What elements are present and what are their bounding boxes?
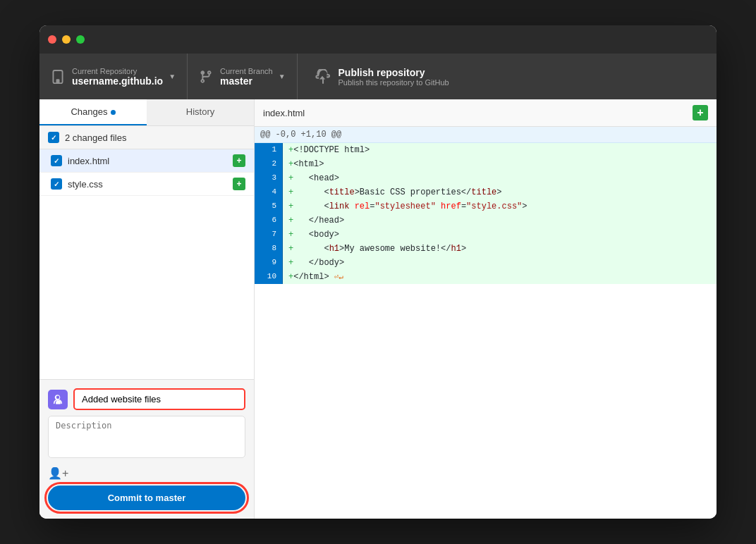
diff-line-8: 8 + <h1>My awesome website!</h1> — [255, 242, 717, 256]
line-content-9: + </body> — [283, 256, 717, 270]
tab-bar: Changes History — [39, 99, 254, 126]
traffic-lights — [48, 35, 85, 44]
file-checkbox-index-html[interactable] — [51, 155, 62, 166]
line-content-6: + </head> — [283, 214, 717, 228]
commit-summary-input[interactable] — [73, 388, 245, 410]
line-number-5: 5 — [255, 199, 283, 214]
file-checkbox-style-css[interactable] — [51, 178, 62, 190]
diff-line-2: 2 +<html> — [255, 157, 717, 171]
line-number-8: 8 — [255, 242, 283, 256]
line-content-1: +<!DOCTYPE html> — [283, 143, 717, 157]
diff-header: index.html + — [255, 99, 717, 127]
tab-changes[interactable]: Changes — [39, 99, 147, 125]
line-content-3: + <head> — [283, 171, 717, 185]
app-window: Current Repository username.github.io ▼ … — [39, 25, 717, 519]
line-content-10: +</html> ⏎↵ — [283, 270, 717, 284]
line-number-9: 9 — [255, 256, 283, 270]
line-content-5: + <link rel="stylesheet" href="style.css… — [283, 199, 717, 214]
diff-filename: index.html — [263, 108, 693, 118]
branch-selector[interactable]: Current Branch master ▼ — [188, 54, 298, 99]
line-number-2: 2 — [255, 157, 283, 171]
line-content-4: + <title>Basic CSS properties</title> — [283, 185, 717, 199]
titlebar — [39, 25, 717, 54]
commit-summary-row — [48, 388, 245, 410]
publish-label: Publish repository — [339, 67, 449, 78]
branch-chevron-icon: ▼ — [279, 73, 286, 80]
maximize-button[interactable] — [76, 35, 85, 44]
commit-area: 👤+ Commit to master — [39, 379, 254, 519]
diff-line-3: 3 + <head> — [255, 171, 717, 185]
changes-dot — [111, 110, 116, 115]
line-content-8: + <h1>My awesome website!</h1> — [283, 242, 717, 256]
branch-icon — [199, 70, 213, 84]
line-number-1: 1 — [255, 143, 283, 157]
branch-text: Current Branch master — [220, 67, 273, 87]
diff-line-4: 4 + <title>Basic CSS properties</title> — [255, 185, 717, 199]
close-button[interactable] — [48, 35, 56, 44]
file-name-style-css: style.css — [68, 179, 233, 190]
line-number-6: 6 — [255, 214, 283, 228]
diff-line-9: 9 + </body> — [255, 256, 717, 270]
user-avatar — [48, 390, 68, 409]
repository-text: Current Repository username.github.io — [72, 67, 163, 87]
publish-sublabel: Publish this repository to GitHub — [339, 78, 449, 87]
add-coauthor-button[interactable]: 👤+ — [48, 466, 68, 480]
changed-files-count: 2 changed files — [65, 132, 126, 143]
line-content-2: +<html> — [283, 157, 717, 171]
diff-line-1: 1 +<!DOCTYPE html> — [255, 143, 717, 157]
publish-text: Publish repository Publish this reposito… — [339, 67, 449, 87]
diff-meta-line: @@ -0,0 +1,10 @@ — [255, 127, 717, 143]
line-content-7: + <body> — [283, 228, 717, 242]
branch-value: master — [220, 75, 273, 87]
repository-value: username.github.io — [72, 75, 163, 87]
left-panel: Changes History 2 changed files index.ht… — [39, 99, 255, 519]
main-content: Changes History 2 changed files index.ht… — [39, 99, 717, 519]
diff-line-7: 7 + <body> — [255, 228, 717, 242]
commit-description-input[interactable] — [48, 416, 245, 458]
repository-label: Current Repository — [72, 67, 163, 75]
repository-selector[interactable]: Current Repository username.github.io ▼ — [39, 54, 188, 99]
line-number-7: 7 — [255, 228, 283, 242]
repository-chevron-icon: ▼ — [169, 73, 176, 80]
changed-files-header: 2 changed files — [39, 126, 254, 149]
diff-content: @@ -0,0 +1,10 @@ 1 +<!DOCTYPE html> 2 +<… — [255, 127, 717, 519]
publish-icon — [315, 69, 330, 85]
file-item-index-html[interactable]: index.html + — [39, 149, 254, 173]
publish-repository-button[interactable]: Publish repository Publish this reposito… — [298, 54, 717, 99]
file-badge-index-html: + — [233, 154, 245, 167]
branch-label: Current Branch — [220, 67, 273, 75]
file-name-index-html: index.html — [68, 156, 233, 166]
file-list: index.html + style.css + — [39, 149, 254, 379]
toolbar: Current Repository username.github.io ▼ … — [39, 54, 717, 99]
file-item-style-css[interactable]: style.css + — [39, 173, 254, 196]
diff-action-button[interactable]: + — [693, 105, 708, 120]
commit-footer: 👤+ — [48, 466, 245, 480]
repository-icon — [51, 70, 65, 84]
line-number-4: 4 — [255, 185, 283, 199]
select-all-checkbox[interactable] — [48, 132, 59, 143]
diff-line-6: 6 + </head> — [255, 214, 717, 228]
diff-line-10: 10 +</html> ⏎↵ — [255, 270, 717, 284]
right-panel: index.html + @@ -0,0 +1,10 @@ 1 +<!DOCTY… — [255, 99, 717, 519]
commit-button[interactable]: Commit to master — [48, 486, 245, 510]
line-number-3: 3 — [255, 171, 283, 185]
diff-line-5: 5 + <link rel="stylesheet" href="style.c… — [255, 199, 717, 214]
file-badge-style-css: + — [233, 178, 245, 190]
tab-history[interactable]: History — [147, 99, 254, 125]
minimize-button[interactable] — [62, 35, 71, 44]
line-number-10: 10 — [255, 270, 283, 284]
